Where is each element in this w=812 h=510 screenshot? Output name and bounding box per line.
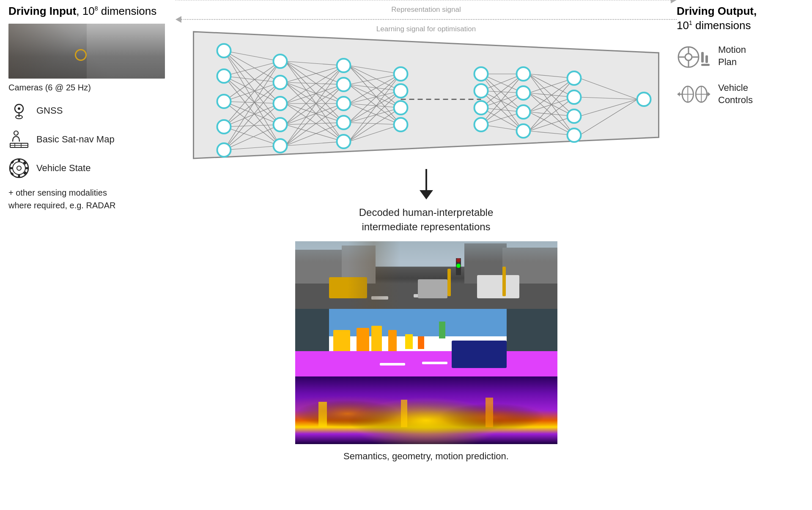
vehicle-controls-label: VehicleControls: [718, 82, 753, 106]
svg-point-170: [456, 264, 461, 268]
svg-rect-167: [477, 275, 519, 298]
svg-rect-177: [357, 328, 369, 353]
svg-rect-178: [371, 326, 382, 353]
svg-point-142: [394, 101, 408, 115]
svg-point-132: [274, 97, 287, 110]
svg-point-138: [337, 116, 351, 129]
svg-rect-164: [414, 294, 431, 297]
svg-point-156: [637, 93, 651, 106]
svg-rect-183: [422, 362, 447, 364]
svg-rect-201: [705, 55, 708, 63]
svg-point-152: [568, 71, 581, 85]
svg-rect-172: [502, 267, 506, 296]
svg-point-127: [217, 95, 231, 108]
signal-arrows: Representation signal Learning signal fo…: [176, 4, 677, 25]
svg-rect-160: [464, 243, 507, 286]
satnav-label: Basic Sat-nav Map: [36, 134, 115, 145]
center-column: Representation signal Learning signal fo…: [176, 4, 677, 462]
svg-rect-162: [295, 284, 557, 309]
svg-point-4: [14, 131, 18, 135]
svg-rect-171: [447, 269, 451, 296]
svg-point-140: [394, 67, 408, 81]
svg-rect-165: [329, 277, 367, 298]
svg-rect-10: [18, 175, 20, 178]
svg-rect-166: [418, 279, 447, 298]
svg-rect-193: [486, 398, 493, 427]
svg-rect-157: [295, 241, 557, 267]
right-column: Driving Output,101 dimensions MotionPlan: [677, 4, 808, 120]
svg-rect-182: [380, 363, 405, 365]
svg-point-130: [274, 55, 287, 68]
svg-point-7: [13, 162, 25, 175]
svg-point-136: [337, 78, 351, 91]
semantics-footer: Semantics, geometry, motion prediction.: [343, 451, 509, 462]
svg-rect-176: [333, 330, 350, 353]
svg-rect-186: [418, 336, 424, 349]
svg-rect-188: [295, 376, 557, 444]
camera-overlay: [8, 24, 165, 79]
camera-circle: [75, 49, 87, 61]
svg-marker-204: [678, 92, 680, 96]
left-column: Driving Input, 108 dimensions Cameras (6…: [8, 4, 169, 212]
svg-point-141: [394, 84, 408, 98]
cameras-label: Cameras (6 @ 25 Hz): [8, 83, 169, 93]
svg-rect-12: [26, 167, 29, 169]
svg-rect-174: [295, 309, 329, 351]
plus-other-label: + other sensing modalitieswhere required…: [8, 186, 169, 212]
depth-map-image: [295, 376, 557, 444]
svg-rect-158: [295, 250, 346, 288]
svg-rect-11: [9, 167, 12, 169]
decoded-label: Decoded human-interpretableintermediate …: [176, 205, 677, 234]
svg-point-135: [337, 59, 351, 72]
svg-rect-184: [439, 322, 445, 338]
svg-rect-192: [401, 400, 407, 427]
neural-network-diagram: [176, 27, 677, 163]
svg-point-131: [274, 76, 287, 89]
svg-point-149: [517, 86, 530, 100]
svg-rect-163: [371, 296, 388, 300]
motion-plan-icon: [677, 44, 710, 69]
svg-rect-179: [388, 330, 397, 353]
driving-input-title: Driving Input, 108 dimensions: [8, 4, 169, 19]
svg-point-195: [685, 54, 692, 60]
svg-point-1: [18, 107, 20, 110]
svg-point-155: [568, 128, 581, 142]
gnss-label: GNSS: [36, 105, 63, 116]
sensor-satnav: Basic Sat-nav Map: [8, 129, 169, 150]
representation-signal-label: Representation signal: [391, 5, 461, 14]
semantic-seg-image: [295, 309, 557, 376]
svg-point-153: [568, 90, 581, 104]
svg-point-126: [217, 69, 231, 83]
sensor-gnss: GNSS: [8, 100, 169, 121]
output-motion-plan: MotionPlan: [677, 44, 808, 69]
svg-point-146: [475, 101, 488, 115]
svg-rect-185: [405, 334, 413, 349]
svg-point-169: [456, 258, 461, 262]
svg-point-151: [517, 124, 530, 138]
street-scene-image: [295, 241, 557, 309]
svg-point-137: [337, 97, 351, 110]
svg-rect-159: [342, 245, 376, 288]
svg-marker-212: [708, 92, 710, 96]
svg-point-144: [475, 67, 488, 81]
svg-rect-9: [18, 158, 20, 161]
svg-point-125: [217, 44, 231, 57]
svg-point-128: [217, 120, 231, 134]
satnav-icon: [8, 129, 30, 150]
down-arrow: [176, 169, 677, 199]
svg-point-154: [568, 109, 581, 123]
svg-point-150: [517, 105, 530, 119]
driving-output-title: Driving Output,101 dimensions: [677, 4, 808, 33]
vehicle-controls-icon: [677, 82, 710, 107]
svg-point-139: [337, 135, 351, 148]
arrow-shaft: [425, 169, 427, 190]
gnss-icon: [8, 100, 30, 121]
svg-rect-161: [502, 248, 557, 286]
svg-rect-202: [701, 64, 710, 66]
camera-image: [8, 24, 165, 79]
svg-point-143: [394, 118, 408, 131]
vehicle-label: Vehicle State: [36, 163, 91, 174]
output-images: Semantics, geometry, motion prediction.: [176, 241, 677, 462]
svg-point-129: [217, 143, 231, 157]
svg-rect-187: [295, 376, 557, 444]
